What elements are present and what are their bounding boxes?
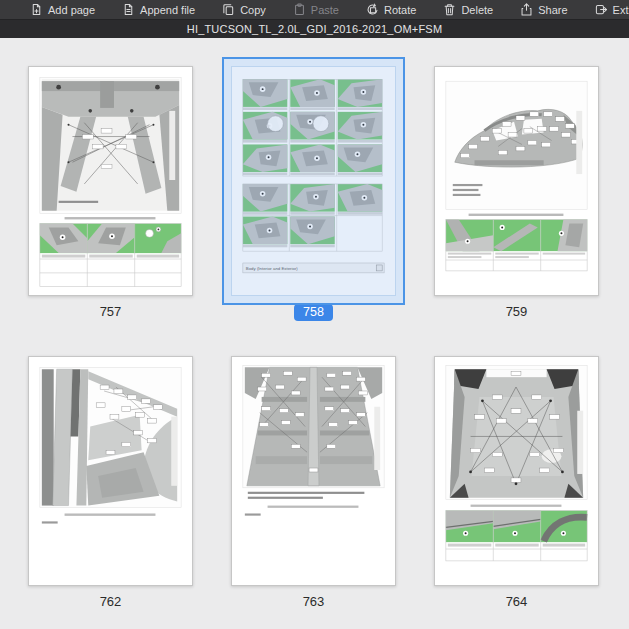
add-page-label: Add page xyxy=(48,4,95,16)
share-label: Share xyxy=(538,4,567,16)
page-number-row: 762 xyxy=(28,594,193,612)
page-757-content xyxy=(29,67,192,295)
delete-button[interactable]: Delete xyxy=(443,3,493,16)
extract-icon xyxy=(595,3,608,16)
page-thumbnail-763[interactable]: 763 xyxy=(231,356,396,612)
copy-label: Copy xyxy=(240,4,266,16)
selected-page-number-badge: 758 xyxy=(294,304,333,321)
document-titlebar: HI_TUCSON_TL_2.0L_GDI_2016-2021_OM+FSM xyxy=(0,19,629,38)
page-number: 764 xyxy=(506,594,528,609)
page-preview-764[interactable] xyxy=(434,356,599,586)
page-758-footer-label: Body (Interior and Exterior) xyxy=(246,266,299,271)
page-preview-758[interactable]: Body (Interior and Exterior) xyxy=(231,66,396,296)
page-thumbnail-762[interactable]: 762 xyxy=(28,356,193,612)
page-number: 763 xyxy=(303,594,325,609)
share-button[interactable]: Share xyxy=(520,3,567,16)
add-page-icon xyxy=(30,3,43,16)
page-759-content xyxy=(435,67,598,295)
page-number-row: 764 xyxy=(434,594,599,612)
page-number-row: 758 xyxy=(231,304,396,322)
rotate-button[interactable]: Rotate xyxy=(366,3,416,16)
rotate-icon xyxy=(366,3,379,16)
page-number: 759 xyxy=(506,304,528,319)
copy-button[interactable]: Copy xyxy=(222,3,266,16)
paste-button[interactable]: Paste xyxy=(293,3,339,16)
add-page-button[interactable]: Add page xyxy=(30,3,95,16)
page-thumbnail-758[interactable]: Body (Interior and Exterior) 758 xyxy=(231,66,396,322)
copy-icon xyxy=(222,3,235,16)
paste-label: Paste xyxy=(311,4,339,16)
rotate-label: Rotate xyxy=(384,4,416,16)
page-number: 757 xyxy=(100,304,122,319)
page-preview-757[interactable] xyxy=(28,66,193,296)
toolbar: Add page Append file Copy Paste Rotate D… xyxy=(0,0,629,19)
page-number-row: 763 xyxy=(231,594,396,612)
delete-icon xyxy=(443,3,456,16)
page-preview-763[interactable] xyxy=(231,356,396,586)
thumbnail-grid: 757 xyxy=(0,38,629,629)
extract-button[interactable]: Extract xyxy=(595,3,629,16)
paste-icon xyxy=(293,3,306,16)
page-764-content xyxy=(435,357,598,585)
page-preview-762[interactable] xyxy=(28,356,193,586)
page-thumbnail-757[interactable]: 757 xyxy=(28,66,193,322)
page-preview-759[interactable] xyxy=(434,66,599,296)
append-file-icon xyxy=(122,3,135,16)
page-thumbnail-764[interactable]: 764 xyxy=(434,356,599,612)
page-number: 762 xyxy=(100,594,122,609)
page-number-row: 757 xyxy=(28,304,193,322)
page-762-content xyxy=(29,357,192,585)
append-file-label: Append file xyxy=(140,4,195,16)
page-thumbnail-759[interactable]: 759 xyxy=(434,66,599,322)
share-icon xyxy=(520,3,533,16)
delete-label: Delete xyxy=(461,4,493,16)
extract-label: Extract xyxy=(613,4,629,16)
page-763-content xyxy=(232,357,395,585)
append-file-button[interactable]: Append file xyxy=(122,3,195,16)
document-title: HI_TUCSON_TL_2.0L_GDI_2016-2021_OM+FSM xyxy=(187,23,443,35)
page-number-row: 759 xyxy=(434,304,599,322)
page-758-content: Body (Interior and Exterior) xyxy=(232,67,395,295)
